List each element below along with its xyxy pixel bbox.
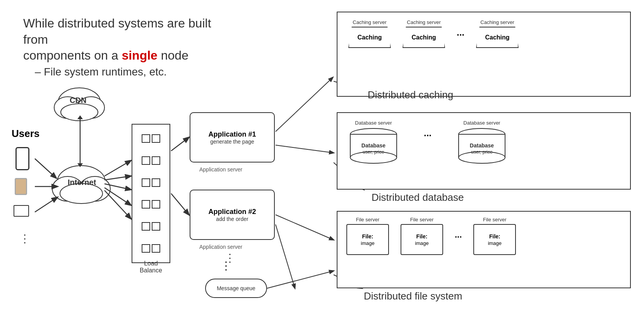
distributed-caching-title: Distributed caching bbox=[368, 89, 453, 101]
title-line2: components on a bbox=[23, 48, 122, 62]
file-item-3: File server File: image bbox=[473, 217, 516, 255]
svg-line-18 bbox=[104, 190, 131, 219]
svg-line-17 bbox=[104, 188, 131, 205]
title-line3: node bbox=[158, 48, 188, 62]
app-server-2-subtitle: add the order bbox=[216, 216, 248, 222]
svg-text:Database: Database bbox=[470, 142, 494, 149]
db-item-2: Database server Database user, price bbox=[455, 120, 509, 166]
svg-line-21 bbox=[276, 77, 333, 132]
file-item-1-sub: image bbox=[361, 240, 374, 246]
cache-item-1-box: Caching bbox=[348, 27, 391, 48]
title-highlight: single bbox=[122, 48, 157, 62]
load-balancer: LoadBalance bbox=[132, 124, 170, 263]
title-text: While distributed systems are built from… bbox=[23, 15, 224, 64]
message-queue: Message queue bbox=[205, 279, 267, 298]
phone-icon bbox=[15, 147, 29, 170]
app-server-1-title: Application #1 bbox=[208, 130, 256, 139]
app-server-1-label: Application server bbox=[199, 166, 242, 173]
file-server-group: File server File: image File server File… bbox=[346, 217, 516, 255]
file-item-2-box: File: image bbox=[401, 224, 443, 255]
file-dots: ··· bbox=[455, 217, 462, 248]
svg-line-15 bbox=[104, 176, 131, 180]
svg-line-25 bbox=[267, 271, 334, 288]
cache-item-3-box: Caching bbox=[476, 27, 519, 48]
svg-line-24 bbox=[276, 224, 295, 288]
svg-line-8 bbox=[35, 159, 56, 178]
cdn-label: CDN bbox=[70, 96, 86, 105]
cache-item-1: Caching server Caching bbox=[348, 19, 391, 48]
svg-line-22 bbox=[276, 145, 334, 153]
more-servers-dots: ⋮ bbox=[221, 259, 231, 272]
db-item-1: Database server Database user, price bbox=[346, 120, 401, 166]
file-item-2: File server File: image bbox=[401, 217, 443, 255]
cache-item-2-label: Caching server bbox=[407, 19, 440, 25]
title-line1: While distributed systems are built from bbox=[23, 16, 211, 46]
db-dots: ··· bbox=[424, 120, 432, 151]
db-item-2-label: Database server bbox=[463, 120, 500, 126]
app-server-1: Application #1 generate the page bbox=[190, 112, 275, 163]
app-server-2-title: Application #2 bbox=[208, 208, 256, 216]
caching-server-group: Caching server Caching Caching server Ca… bbox=[348, 19, 519, 50]
svg-line-20 bbox=[171, 193, 189, 215]
slide: While distributed systems are built from… bbox=[0, 0, 644, 332]
distributed-file-title: Distributed file system bbox=[364, 290, 462, 302]
subtitle-text: – File system runtimes, etc. bbox=[35, 66, 167, 78]
file-item-2-label: File server bbox=[410, 217, 434, 222]
laptop-icon bbox=[14, 205, 29, 217]
svg-marker-13 bbox=[77, 163, 83, 167]
db-item-1-label: Database server bbox=[355, 120, 392, 126]
users-dots: ⋮ bbox=[19, 232, 30, 245]
cache-item-3: Caching server Caching bbox=[476, 19, 519, 48]
app-server-1-subtitle: generate the page bbox=[210, 139, 254, 145]
file-item-1: File server File: image bbox=[346, 217, 389, 255]
svg-text:user, price: user, price bbox=[363, 149, 384, 155]
file-item-3-label: File server bbox=[483, 217, 507, 222]
file-item-2-sub: image bbox=[415, 240, 428, 246]
cache-item-3-label: Caching server bbox=[480, 19, 514, 25]
app-server-2-label: Application server bbox=[199, 244, 242, 250]
svg-text:Database: Database bbox=[361, 142, 385, 149]
svg-line-23 bbox=[276, 215, 334, 240]
svg-line-19 bbox=[171, 137, 189, 151]
file-item-2-title: File: bbox=[416, 233, 428, 240]
cache-item-2: Caching server Caching bbox=[402, 19, 445, 48]
svg-point-3 bbox=[61, 104, 98, 121]
tablet-icon bbox=[15, 178, 27, 195]
file-item-1-label: File server bbox=[356, 217, 380, 222]
db-server-group: Database server Database user, price ···… bbox=[346, 120, 509, 166]
file-item-3-box: File: image bbox=[473, 224, 516, 255]
file-item-3-sub: image bbox=[488, 240, 502, 246]
svg-line-10 bbox=[35, 197, 57, 212]
load-balancer-label: LoadBalance bbox=[140, 260, 162, 274]
svg-marker-12 bbox=[77, 115, 83, 119]
distributed-database-title: Distributed database bbox=[372, 192, 464, 204]
svg-line-14 bbox=[104, 161, 131, 176]
app-server-2: Application #2 add the order bbox=[190, 190, 275, 240]
cache-item-2-box: Caching bbox=[402, 27, 445, 48]
svg-line-16 bbox=[104, 184, 131, 190]
file-item-1-box: File: image bbox=[346, 224, 389, 255]
cache-item-1-label: Caching server bbox=[353, 19, 386, 25]
users-label: Users bbox=[12, 128, 39, 140]
svg-text:user, price: user, price bbox=[471, 149, 493, 155]
file-item-3-title: File: bbox=[489, 233, 500, 240]
file-item-1-title: File: bbox=[362, 233, 373, 240]
internet-label: Internet bbox=[68, 178, 96, 187]
caching-dots: ··· bbox=[457, 19, 464, 50]
